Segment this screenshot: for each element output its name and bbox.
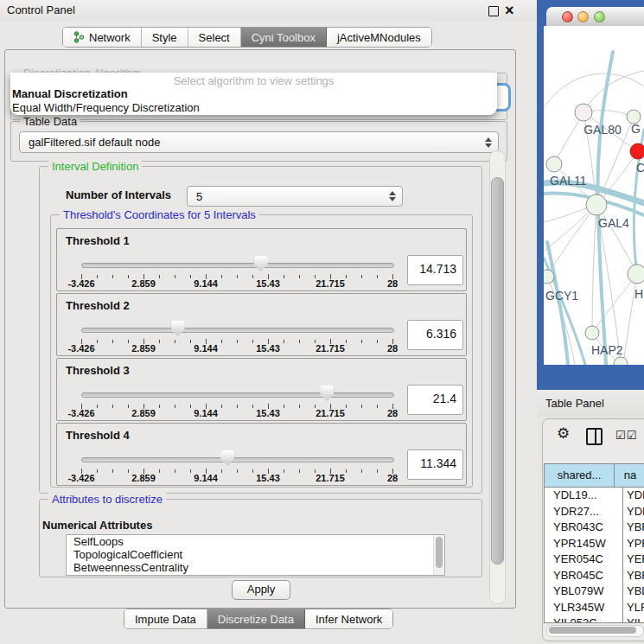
control-panel-titlebar: Control Panel × <box>0 0 537 21</box>
node-label-h: H <box>634 287 643 301</box>
table-cell[interactable]: YPR1 <box>623 536 644 552</box>
network-node-gal4[interactable] <box>586 194 607 215</box>
network-node-gcy1[interactable] <box>544 270 554 284</box>
panel-vertical-scrollbar[interactable] <box>489 150 506 604</box>
list-item-topologicalcoefficient[interactable]: TopologicalCoefficient <box>67 548 444 561</box>
table-row[interactable]: YBL079WYBL0 <box>545 583 644 600</box>
threshold-slider[interactable] <box>81 450 392 468</box>
dropdown-option-manual-discretization[interactable]: Manual Discretization <box>10 87 497 101</box>
network-graph[interactable]: GAL80GCGAL11GAL4GCY1HHAP2 <box>544 26 644 365</box>
tick-label: -3.426 <box>67 408 94 418</box>
table-data-combobox[interactable]: galFiltered.sif default node <box>19 131 499 153</box>
network-node[interactable] <box>614 357 628 365</box>
network-canvas[interactable]: GAL80GCGAL11GAL4GCY1HHAP2 <box>544 26 644 365</box>
table-row[interactable]: YBR045CYBR0 <box>545 568 644 584</box>
table-cell[interactable]: YER0 <box>623 552 644 568</box>
bottom-tab-infer-network[interactable]: Infer Network <box>305 609 392 628</box>
table-cell[interactable]: YDR2 <box>623 504 644 520</box>
node-label-g: G <box>631 122 641 136</box>
threshold-value-field[interactable]: 11.344 <box>407 450 463 480</box>
attributes-group-title: Attributes to discretize <box>48 493 166 506</box>
close-icon[interactable]: × <box>505 0 514 21</box>
table-row[interactable]: YPR145WYPR1 <box>545 536 644 552</box>
list-scrollbar[interactable] <box>433 535 444 575</box>
bottom-tab-infer-network-label: Infer Network <box>316 613 382 626</box>
close-traffic-light[interactable] <box>562 11 573 22</box>
apply-button[interactable]: Apply <box>232 580 290 600</box>
table-cell[interactable]: YDL1 <box>623 488 644 504</box>
threshold-panel-2: Threshold 2-3.4262.8599.14415.4321.71528… <box>56 293 467 356</box>
columns-icon[interactable] <box>586 428 603 445</box>
column-header-shared-name[interactable]: shared... <box>545 464 615 487</box>
minimize-traffic-light[interactable] <box>577 11 589 22</box>
threshold-value-field[interactable]: 14.713 <box>407 255 463 285</box>
table-cell[interactable]: YBL079W <box>545 583 623 600</box>
tick-label: 28 <box>387 473 398 483</box>
numerical-attributes-list[interactable]: SelfLoopsTopologicalCoefficientBetweenne… <box>66 534 445 576</box>
network-node-gal11[interactable] <box>546 156 562 172</box>
table-horizontal-scrollbar[interactable] <box>546 625 644 637</box>
threshold-value-field[interactable]: 6.316 <box>407 320 463 350</box>
network-window-titlebar[interactable] <box>546 7 644 27</box>
node-attribute-table[interactable]: shared...naYDL19...YDL1YDR27...YDR2YBR04… <box>544 463 644 623</box>
tab-jactivemnodules[interactable]: jActiveMNodules <box>327 28 431 47</box>
threshold-slider[interactable] <box>81 321 392 338</box>
table-row[interactable]: YLR345WYLR3 <box>545 600 644 616</box>
node-label-gal80: GAL80 <box>583 123 622 137</box>
table-cell[interactable]: YBL0 <box>623 583 644 600</box>
scrollbar-thumb[interactable] <box>491 177 504 564</box>
table-cell[interactable]: YBR043C <box>545 520 623 536</box>
threshold-value-field[interactable]: 21.4 <box>407 385 463 415</box>
table-cell[interactable]: YER054C <box>545 552 623 568</box>
table-cell[interactable]: YLR345W <box>545 600 623 616</box>
bottom-tab-impute-data[interactable]: Impute Data <box>124 609 207 628</box>
scrollbar-thumb[interactable] <box>436 537 443 568</box>
network-node-c[interactable] <box>630 143 644 159</box>
slider-thumb[interactable] <box>320 386 334 401</box>
table-cell[interactable]: YBR0 <box>623 568 644 584</box>
network-node-gal80[interactable] <box>575 104 592 121</box>
number-of-intervals-combobox[interactable]: 5 <box>187 186 403 207</box>
table-cell[interactable]: YPR145W <box>545 536 623 552</box>
tab-select[interactable]: Select <box>188 28 241 47</box>
list-item-selfloops[interactable]: SelfLoops <box>67 535 444 548</box>
table-settings-gear-icon[interactable]: ⚙ <box>557 424 570 443</box>
slider-thumb[interactable] <box>220 450 234 466</box>
network-node-h[interactable] <box>628 265 644 284</box>
scrollbar-thumb[interactable] <box>549 627 636 634</box>
dropdown-option-equal-width-frequency[interactable]: Equal Width/Frequency Discretization <box>10 101 497 115</box>
slider-track <box>81 263 394 268</box>
table-row-partial[interactable]: YIL053CYIL0 <box>545 615 644 622</box>
tick-label: 9.144 <box>194 343 218 354</box>
tab-network[interactable]: Network <box>63 28 142 47</box>
table-row[interactable]: YDL19...YDL1 <box>545 488 644 504</box>
tick-label: 2.859 <box>131 473 156 483</box>
table-cell[interactable]: YLR3 <box>623 600 644 616</box>
select-columns-checkboxes-icon[interactable]: ☑☑ <box>615 429 637 442</box>
thresholds-coordinates-group: Threshold's Coordinates for 5 Intervals … <box>50 214 473 488</box>
table-cell[interactable]: YIL053C <box>545 615 623 622</box>
tab-style[interactable]: Style <box>142 28 188 47</box>
table-row[interactable]: YDR27...YDR2 <box>545 504 644 520</box>
tab-network-label: Network <box>89 31 131 44</box>
threshold-slider[interactable] <box>81 386 392 403</box>
threshold-slider[interactable] <box>81 256 392 273</box>
tab-cyni-toolbox[interactable]: Cyni Toolbox <box>241 28 327 47</box>
table-cell[interactable]: YBR0 <box>623 520 644 536</box>
slider-thumb[interactable] <box>254 256 268 271</box>
slider-track <box>81 328 394 333</box>
table-cell[interactable]: YDL19... <box>545 488 623 504</box>
float-window-icon[interactable] <box>488 6 499 16</box>
table-row[interactable]: YBR043CYBR0 <box>545 520 644 536</box>
column-header-name[interactable]: na <box>615 464 644 487</box>
bottom-tab-discretize-data[interactable]: Discretize Data <box>207 609 305 628</box>
list-item-betweennesscentrality[interactable]: BetweennessCentrality <box>67 561 444 574</box>
table-cell[interactable]: YIL0 <box>623 615 644 622</box>
zoom-traffic-light[interactable] <box>594 11 605 22</box>
table-row[interactable]: YER054CYER0 <box>545 552 644 568</box>
slider-thumb[interactable] <box>171 321 185 336</box>
table-cell[interactable]: YDR27... <box>545 504 623 520</box>
table-cell[interactable]: YBR045C <box>545 568 623 584</box>
network-node-hap2[interactable] <box>585 326 599 340</box>
node-label-gal4: GAL4 <box>598 216 629 230</box>
